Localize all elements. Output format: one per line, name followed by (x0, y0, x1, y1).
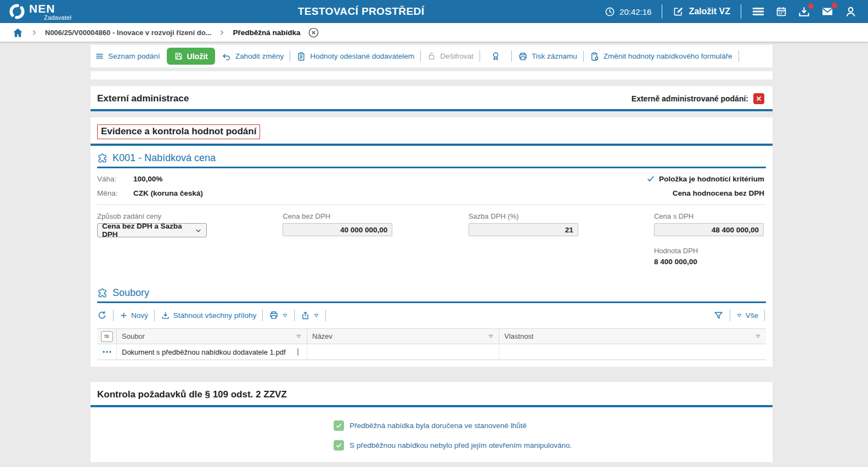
green-check-icon (334, 440, 344, 451)
divider (511, 50, 512, 62)
nen-logo[interactable]: NEN Zadavatel (9, 3, 71, 21)
price-net-input[interactable] (283, 223, 392, 236)
divider (764, 310, 765, 321)
row-actions-icon[interactable] (102, 346, 112, 357)
notification-dot (832, 3, 837, 8)
chevron-down-icon (195, 227, 202, 234)
price-method-label: Způsob zadání ceny (97, 212, 207, 220)
k001-title: K001 - Nabídková cena (112, 152, 216, 164)
list-submissions-button[interactable]: Seznam podání (95, 52, 160, 61)
column-settings-button[interactable] (101, 331, 113, 342)
external-admin-flag-label: Externě administrované podání: (632, 94, 748, 103)
name-cell (307, 344, 499, 360)
divider (583, 50, 584, 62)
price-method-select[interactable]: Cena bez DPH a Sazba DPH (97, 223, 207, 237)
dropdown-triangle-icon (313, 312, 319, 318)
requirement-check-2: S předběžnou nabídkou nebylo před jejím … (334, 440, 773, 451)
seal-button[interactable] (491, 51, 501, 61)
notification-dot (808, 3, 814, 9)
change-form-values-button[interactable]: Změnit hodnoty nabídkového formuláře (590, 52, 732, 61)
home-button[interactable] (12, 27, 24, 38)
refresh-button[interactable] (97, 310, 107, 320)
divider (97, 204, 766, 205)
check-icon (646, 174, 655, 183)
seal-ribbon-icon (491, 51, 501, 61)
downloads-button[interactable] (798, 5, 810, 18)
supplier-values-button[interactable]: Hodnoty odeslané dodavatelem (296, 52, 414, 61)
person-icon (844, 5, 857, 18)
close-tab-button[interactable] (308, 27, 319, 38)
files-title: Soubory (112, 287, 149, 299)
vat-amount-label: Hodnota DPH (654, 247, 764, 255)
clipboard-icon (296, 52, 306, 61)
section-underline (91, 405, 773, 407)
decrypt-button[interactable]: Dešifrovat (427, 52, 474, 61)
print-files-button[interactable] (269, 310, 288, 320)
evidence-section: Evidence a kontrola hodnot podání K001 -… (91, 117, 773, 367)
external-admin-section: Externí administrace Externě administrov… (91, 86, 773, 111)
filter-funnel-icon[interactable] (713, 310, 724, 321)
calendar-button[interactable] (775, 5, 787, 18)
price-net-label: Cena bez DPH (283, 212, 392, 220)
column-header-property[interactable]: Vlastnost (499, 329, 766, 344)
column-filter-icon[interactable] (296, 333, 302, 339)
vat-rate-label: Sazba DPH (%) (469, 212, 578, 220)
view-all-filter[interactable]: Vše (736, 311, 758, 320)
printer-icon (518, 52, 528, 61)
clipboard-gear-icon (590, 52, 600, 61)
new-file-button[interactable]: Nový (120, 311, 148, 320)
environment-title: TESTOVACÍ PROSTŘEDÍ (298, 5, 425, 18)
price-gross-input[interactable] (654, 223, 764, 236)
divider (741, 4, 741, 19)
download-all-button[interactable]: Stáhnout všechny přílohy (161, 311, 257, 320)
printer-icon (269, 310, 279, 320)
currency-value: CZK (koruna česká) (133, 189, 203, 197)
spacer-strip (91, 71, 773, 79)
user-profile-button[interactable] (844, 5, 857, 18)
divider (294, 310, 295, 321)
print-record-button[interactable]: Tisk záznamu (518, 52, 577, 61)
messages-button[interactable] (821, 5, 834, 18)
price-gross-label: Cena s DPH (654, 212, 764, 220)
divider (730, 310, 730, 321)
files-table: Soubor Název (97, 328, 766, 360)
column-filter-icon[interactable] (488, 333, 494, 339)
external-admin-flag-no-icon[interactable] (753, 93, 764, 104)
file-name-cell[interactable]: Dokument s předběžnou nabídkou dodavatel… (122, 348, 286, 356)
divider (262, 310, 263, 321)
column-header-file[interactable]: Soubor (117, 329, 307, 344)
divider (420, 50, 421, 62)
save-button[interactable]: Uložit (167, 48, 215, 65)
divider (662, 4, 662, 19)
discard-changes-button[interactable]: Zahodit změny (222, 52, 284, 61)
vat-rate-input[interactable] (469, 223, 578, 236)
create-vz-button[interactable]: Založit VZ (673, 6, 730, 17)
files-toolbar: Nový Stáhnout všechny přílohy (97, 307, 765, 323)
download-icon (161, 311, 170, 320)
row-menu-icon[interactable] (294, 347, 302, 357)
export-button[interactable] (301, 311, 319, 320)
brand-subtitle: Zadavatel (44, 15, 71, 21)
edit-square-icon (673, 6, 684, 17)
vat-amount-value: 8 400 000,00 (654, 258, 764, 266)
breadcrumb-current: Předběžná nabídka (233, 29, 300, 37)
column-filter-icon[interactable] (755, 333, 761, 339)
dropdown-triangle-icon (736, 312, 742, 318)
list-icon (95, 52, 104, 61)
column-header-name[interactable]: Název (307, 329, 499, 344)
undo-arrow-icon (222, 52, 232, 61)
dropdown-triangle-icon (282, 312, 288, 318)
section-underline (91, 109, 773, 111)
brand-name: NEN Zadavatel (29, 3, 71, 21)
floppy-disk-icon (174, 52, 183, 61)
puzzle-icon (97, 153, 108, 164)
table-row[interactable]: Dokument s předběžnou nabídkou dodavatel… (97, 344, 766, 360)
breadcrumb-contract[interactable]: N006/25/V00004860 - Inovace v rozvoji ří… (45, 29, 211, 37)
section-title-external-admin: Externí administrace (97, 93, 189, 104)
main-menu-button[interactable] (752, 5, 765, 18)
divider (113, 310, 114, 321)
top-bar: NEN Zadavatel TESTOVACÍ PROSTŘEDÍ 20:42:… (0, 0, 868, 23)
unlock-icon (427, 52, 436, 61)
currency-label: Měna: (97, 189, 133, 197)
criterion-flag-label: Položka je hodnotící kritérium (659, 175, 764, 183)
